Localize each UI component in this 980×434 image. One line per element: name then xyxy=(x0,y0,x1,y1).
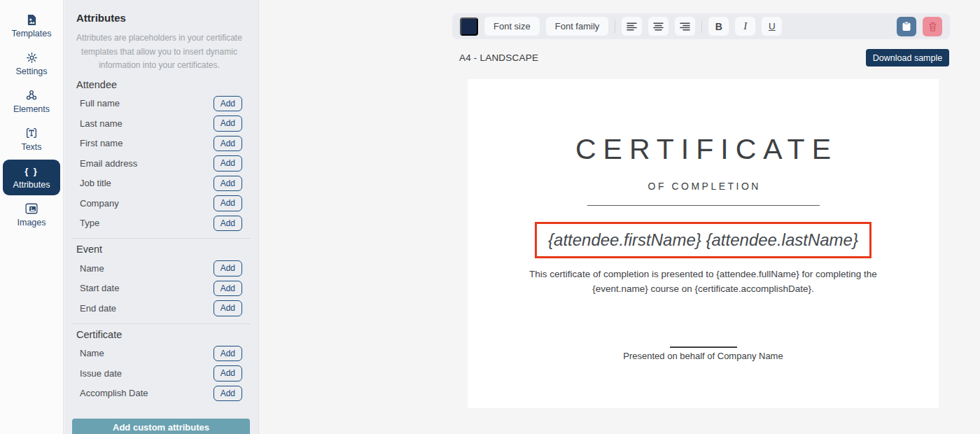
section-divider xyxy=(72,323,251,324)
page-format-label: A4 - LANDSCAPE xyxy=(459,52,538,63)
italic-button[interactable]: I xyxy=(735,17,755,36)
add-company-button[interactable]: Add xyxy=(214,195,242,211)
align-right-button[interactable] xyxy=(675,17,695,36)
attr-label: First name xyxy=(80,138,122,148)
attr-row-issue-date: Issue date Add xyxy=(76,363,242,384)
sidebar-item-texts[interactable]: Texts xyxy=(3,122,60,158)
attr-row-event-name: Name Add xyxy=(76,258,242,279)
panel-description-line: information into your certificates. xyxy=(76,59,242,73)
sidebar-item-label: Settings xyxy=(15,66,47,76)
attr-row-last-name: Last name Add xyxy=(76,113,242,134)
image-icon xyxy=(25,202,38,215)
add-issue-date-button[interactable]: Add xyxy=(214,365,242,382)
signature-block: Presented on behalf of Company Name xyxy=(468,346,939,361)
sidebar-item-label: Attributes xyxy=(13,180,50,190)
attr-row-full-name: Full name Add xyxy=(76,94,242,114)
section-title-certificate: Certificate xyxy=(76,329,242,340)
section-divider xyxy=(72,238,251,239)
add-first-name-button[interactable]: Add xyxy=(214,136,242,152)
add-event-name-button[interactable]: Add xyxy=(214,260,242,276)
attr-label: Name xyxy=(80,263,104,274)
toolbar-divider xyxy=(615,20,615,33)
panel-description: Attributes are placeholders in your cert… xyxy=(76,31,242,73)
certificate-divider-line xyxy=(587,205,820,206)
attr-label: Email address xyxy=(80,158,137,169)
attr-label: Start date xyxy=(80,283,119,293)
attr-label: Type xyxy=(80,218,99,228)
add-accomplish-date-button[interactable]: Add xyxy=(214,386,242,402)
add-full-name-button[interactable]: Add xyxy=(214,96,242,112)
add-custom-attributes-button[interactable]: Add custom attributes xyxy=(72,419,250,434)
signature-label-text[interactable]: Presented on behalf of Company Name xyxy=(468,351,939,361)
sidebar-item-settings[interactable]: Settings xyxy=(3,46,60,82)
align-center-icon xyxy=(653,22,664,31)
attr-label: Issue date xyxy=(80,368,122,379)
text-icon xyxy=(25,127,38,139)
attr-row-accomplish-date: Accomplish Date Add xyxy=(76,384,242,404)
selected-attribute-text-element[interactable]: {attendee.firstName} {attendee.lastName} xyxy=(535,222,872,258)
braces-icon: { } xyxy=(24,164,38,177)
attr-label: Company xyxy=(80,198,119,209)
panel-title: Attributes xyxy=(76,12,242,24)
sidebar-item-attributes[interactable]: { } Attributes xyxy=(3,160,60,195)
certificate-title-text[interactable]: CERTIFICATE xyxy=(468,135,939,164)
elements-icon xyxy=(25,89,38,102)
attr-row-start-date: Start date Add xyxy=(76,279,242,299)
section-title-event: Event xyxy=(76,244,242,255)
add-job-title-button[interactable]: Add xyxy=(214,176,242,192)
attr-row-certificate-name: Name Add xyxy=(76,344,242,364)
sidebar-item-label: Templates xyxy=(12,29,52,38)
sidebar-item-elements[interactable]: Elements xyxy=(3,84,60,120)
sidebar-item-label: Images xyxy=(18,218,46,227)
attr-row-first-name: First name Add xyxy=(76,134,242,154)
delete-element-button[interactable] xyxy=(923,17,942,36)
trash-icon xyxy=(928,22,937,31)
attr-row-type: Type Add xyxy=(76,214,242,234)
sidebar: Templates Settings Elements Texts { } At… xyxy=(0,0,64,434)
add-type-button[interactable]: Add xyxy=(214,216,242,232)
attributes-panel: Attributes Attributes are placeholders i… xyxy=(64,0,259,434)
text-toolbar: Font size Font family B I U xyxy=(452,13,950,39)
duplicate-element-button[interactable] xyxy=(897,17,916,36)
templates-icon xyxy=(27,13,37,26)
attr-row-email-address: Email address Add xyxy=(76,153,242,174)
panel-description-line: templates that allow you to insert dynam… xyxy=(76,46,242,59)
certificate-canvas: CERTIFICATE OF COMPLETION {attendee.firs… xyxy=(468,79,939,408)
certificate-body-text[interactable]: This certificate of completion is presen… xyxy=(504,267,903,296)
add-start-date-button[interactable]: Add xyxy=(214,281,242,297)
add-last-name-button[interactable]: Add xyxy=(214,115,242,132)
section-title-attendee: Attendee xyxy=(76,79,242,90)
signature-line xyxy=(670,346,737,348)
panel-description-line: Attributes are placeholders in your cert… xyxy=(76,31,242,46)
add-end-date-button[interactable]: Add xyxy=(214,300,242,316)
attr-label: End date xyxy=(80,303,116,314)
sidebar-item-label: Texts xyxy=(21,142,41,152)
attr-row-job-title: Job title Add xyxy=(76,174,242,194)
toolbar-divider xyxy=(701,20,702,33)
align-right-icon xyxy=(680,22,690,31)
sidebar-item-label: Elements xyxy=(13,104,50,114)
attr-label: Last name xyxy=(80,118,122,129)
attr-row-company: Company Add xyxy=(76,193,242,214)
gear-icon xyxy=(26,51,38,64)
attr-label: Name xyxy=(80,348,104,358)
align-left-icon xyxy=(626,22,637,31)
attr-row-end-date: End date Add xyxy=(76,298,242,318)
color-swatch-button[interactable] xyxy=(460,18,478,36)
add-email-address-button[interactable]: Add xyxy=(214,155,242,172)
font-family-button[interactable]: Font family xyxy=(546,17,609,36)
sidebar-item-images[interactable]: Images xyxy=(3,197,60,233)
font-size-button[interactable]: Font size xyxy=(484,17,540,36)
clipboard-icon xyxy=(902,21,911,31)
align-center-button[interactable] xyxy=(648,17,668,36)
add-certificate-name-button[interactable]: Add xyxy=(214,346,242,362)
attr-label: Full name xyxy=(80,98,120,108)
attr-label: Accomplish Date xyxy=(80,388,148,398)
certificate-subtitle-text[interactable]: OF COMPLETION xyxy=(468,181,939,192)
align-left-button[interactable] xyxy=(622,17,642,36)
attr-label: Job title xyxy=(80,178,111,188)
bold-button[interactable]: B xyxy=(708,17,729,36)
sidebar-item-templates[interactable]: Templates xyxy=(3,8,60,44)
underline-button[interactable]: U xyxy=(762,17,782,36)
download-sample-button[interactable]: Download sample xyxy=(866,49,949,66)
